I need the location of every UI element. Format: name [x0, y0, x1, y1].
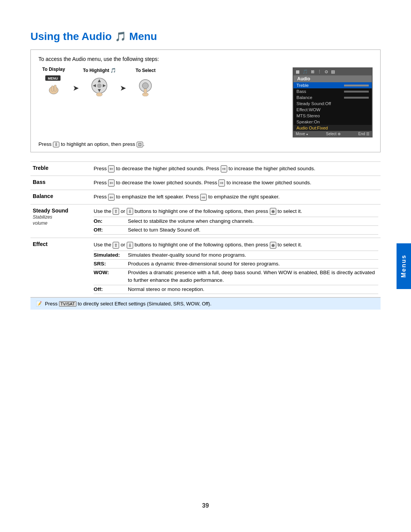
left-arrow-bal: ⇦	[108, 194, 115, 201]
step-highlight-label: To Highlight 🎵	[83, 68, 116, 73]
down-arrow-key: ⇩	[53, 142, 59, 147]
content-effect: Use the ⇧ or ⇩ buttons to highlight one …	[91, 238, 381, 297]
down-arrow-steady: ⇩	[127, 208, 133, 215]
select-effect: ⊕	[270, 242, 276, 249]
svg-rect-4	[54, 85, 56, 91]
title-text-part2: Menu	[129, 30, 157, 43]
right-arrow-bal: ⇨	[200, 194, 207, 201]
effect-off-content: Normal stereo or mono reception.	[128, 285, 378, 294]
effect-srs-row: SRS: Produces a dynamic three-dimensiona…	[94, 259, 378, 268]
tv-item-steady: Steady Sound:Off	[293, 101, 372, 107]
step-highlight: To Highlight 🎵	[83, 68, 116, 97]
left-arrow: ⇦	[108, 165, 115, 173]
svg-text:MENU: MENU	[48, 77, 58, 80]
effect-wow-content: Provides a dramatic presence with a full…	[128, 268, 378, 285]
tv-topbar: ▦ 🎵 ⊞ ⋮ ⊙ ▤	[293, 68, 372, 75]
steady-on-row: On: Select to stabilize the volume when …	[94, 217, 378, 225]
table-row-effect: Effect Use the ⇧ or ⇩ buttons to highlig…	[30, 238, 381, 297]
effect-simulated-content: Simulates theater-quality sound for mono…	[128, 251, 378, 259]
label-bass: Bass	[30, 176, 91, 190]
table-row-treble: Treble Press ⇦ to decrease the higher pi…	[30, 161, 381, 176]
steady-sub-table: On: Select to stabilize the volume when …	[94, 217, 378, 235]
svg-rect-3	[51, 86, 54, 91]
note-text: Press TV/SAT to directly select Effect s…	[45, 301, 212, 307]
steady-off-content: Select to turn Steady Sound off.	[128, 226, 378, 235]
tv-item-effect: Effect:WOW	[293, 107, 372, 113]
step-select: To Select	[130, 68, 161, 97]
note-icon: 📝	[36, 301, 42, 307]
step-highlight-icon	[89, 75, 110, 97]
right-arrow-bass: ⇨	[218, 179, 225, 187]
instruction-box: To access the Audio menu, use the follow…	[30, 50, 381, 152]
tv-icon-5: ⊙	[325, 69, 328, 74]
tv-footer-select: Select ⊕	[326, 132, 341, 136]
tv-icon-3: ⊞	[311, 69, 314, 74]
select-steady: ⊕	[270, 208, 276, 215]
table-row-steady: Steady Sound Stabilizesvolume Use the ⇧ …	[30, 204, 381, 238]
page-number: 39	[202, 502, 209, 509]
table-row-bass: Bass Press ⇦ to decrease the lower pitch…	[30, 176, 381, 190]
tv-screen: ▦ 🎵 ⊞ ⋮ ⊙ ▤ Audio Treble Bass	[293, 67, 373, 137]
tv-key: TV/SAT	[59, 301, 76, 307]
svg-point-13	[142, 83, 148, 89]
arrow-2: ➤	[120, 73, 126, 93]
note-row: 📝 Press TV/SAT to directly select Effect…	[30, 297, 381, 310]
label-treble: Treble	[30, 161, 91, 176]
page-container: Using the Audio 🎵 Menu To access the Aud…	[0, 0, 411, 532]
tv-icon-6: ▤	[331, 69, 335, 74]
tv-item-balance: Balance	[293, 94, 372, 101]
tv-footer-end: End ☰	[358, 132, 370, 136]
press-note: Press ⇩ to highlight an option, then pre…	[38, 141, 373, 147]
step-select-icon	[135, 75, 156, 97]
steady-on-label: On:	[94, 217, 128, 225]
tv-icon-2: 🎵	[303, 69, 308, 74]
tv-item-mts: MTS:Stereo	[293, 113, 372, 119]
audio-icon: 🎵	[115, 31, 126, 42]
tv-item-speaker: Speaker:On	[293, 119, 372, 125]
effect-simulated-row: Simulated: Simulates theater-quality sou…	[94, 251, 378, 259]
step-display-label: To Display	[42, 67, 65, 72]
page-title: Using the Audio 🎵 Menu	[30, 30, 381, 43]
left-arrow-bass: ⇦	[108, 179, 115, 187]
steady-on-content: Select to stabilize the volume when chan…	[128, 217, 378, 225]
table-row-balance: Balance Press ⇦ to emphasize the left sp…	[30, 190, 381, 204]
content-bass: Press ⇦ to decrease the lower pitched so…	[91, 176, 381, 190]
sublabel-steady: Stabilizesvolume	[33, 214, 52, 226]
side-tab-menus: Menus	[397, 243, 411, 289]
step-display: To Display MENU	[38, 67, 69, 99]
instruction-intro: To access the Audio menu, use the follow…	[38, 56, 373, 62]
tv-icon-4: ⋮	[317, 69, 322, 74]
svg-point-11	[96, 93, 102, 96]
arrow-1: ➤	[73, 73, 79, 93]
tv-icon-1: ▦	[296, 69, 299, 74]
step-display-icon: MENU	[43, 74, 64, 99]
svg-point-10	[97, 83, 102, 88]
effect-srs-label: SRS:	[94, 259, 128, 268]
effect-srs-content: Produces a dynamic three-dimensional sou…	[128, 259, 378, 268]
effect-off-row: Off: Normal stereo or mono reception.	[94, 285, 378, 294]
content-treble: Press ⇦ to decrease the higher pitched s…	[91, 161, 381, 176]
tv-menu-label: Audio	[293, 75, 372, 82]
effect-wow-row: WOW: Provides a dramatic presence with a…	[94, 268, 378, 285]
svg-rect-15	[144, 89, 147, 93]
effect-simulated-label: Simulated:	[94, 251, 128, 259]
tv-item-bass: Bass	[293, 88, 372, 94]
step-select-label: To Select	[135, 68, 155, 73]
title-text-part1: Using the Audio	[30, 30, 112, 43]
down-arrow-effect: ⇩	[127, 242, 133, 249]
steady-off-row: Off: Select to turn Steady Sound off.	[94, 226, 378, 235]
right-arrow: ⇨	[221, 165, 227, 173]
content-balance: Press ⇦ to emphasize the left speaker. P…	[91, 190, 381, 204]
up-arrow-effect: ⇧	[113, 242, 119, 249]
effect-wow-label: WOW:	[94, 268, 128, 285]
label-steady: Steady Sound Stabilizesvolume	[30, 204, 91, 238]
label-balance: Balance	[30, 190, 91, 204]
effect-sub-table: Simulated: Simulates theater-quality sou…	[94, 251, 378, 294]
select-key: ⊡	[137, 142, 143, 147]
content-table: Treble Press ⇦ to decrease the higher pi…	[30, 161, 381, 297]
steady-off-label: Off:	[94, 226, 128, 235]
tv-footer-move: Move ⬥	[296, 132, 308, 136]
tv-item-audio-out: Audio Out:Fixed	[293, 125, 372, 131]
tv-item-treble: Treble	[293, 82, 372, 88]
tv-footer: Move ⬥ Select ⊕ End ☰	[293, 131, 372, 137]
